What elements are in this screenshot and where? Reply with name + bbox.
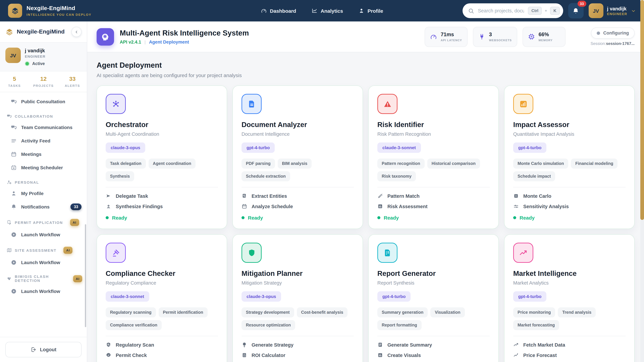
user-menu-text: j vandijk ENGINEER bbox=[607, 6, 627, 15]
top-nav-analytics[interactable]: Analytics bbox=[312, 8, 343, 14]
sidebar-item-label: My Profile bbox=[21, 191, 44, 196]
doc-lines-icon bbox=[377, 342, 383, 348]
agent-icon-box bbox=[106, 94, 126, 114]
action-price-forecast[interactable]: Price Forecast bbox=[513, 352, 626, 358]
sidebar-item-meeting-scheduler[interactable]: Meeting Scheduler bbox=[0, 161, 87, 174]
sidebar-item-notifications[interactable]: Notifications33 bbox=[0, 200, 87, 214]
page-scrollbar[interactable] bbox=[640, 0, 644, 220]
sidebar-item-my-profile[interactable]: My Profile bbox=[0, 187, 87, 200]
agent-card-risk-identifier[interactable]: Risk IdentifierRisk Pattern Recognitionc… bbox=[368, 85, 499, 229]
agent-actions: Delegate TaskSynthesize Findings bbox=[106, 193, 218, 209]
action-risk-assessment[interactable]: Risk Assessment bbox=[377, 203, 490, 209]
capability-chips: Regulatory scanningPermit identification… bbox=[106, 307, 218, 330]
notification-count-badge: 33 bbox=[70, 203, 82, 210]
agent-status-label: Ready bbox=[248, 215, 263, 221]
action-label: Risk Assessment bbox=[388, 204, 428, 209]
agent-icon-box bbox=[377, 243, 398, 263]
agent-card-impact-assessor[interactable]: Impact AssessorQuantitative Impact Analy… bbox=[504, 85, 634, 229]
action-create-visuals[interactable]: Create Visuals bbox=[377, 352, 490, 358]
top-nav-label: Dashboard bbox=[270, 8, 296, 13]
meta-separator: | bbox=[144, 39, 146, 44]
action-permit-check[interactable]: Permit Check bbox=[106, 352, 218, 358]
chat-icon bbox=[11, 124, 17, 130]
calendar-icon bbox=[11, 151, 17, 157]
bars-box-icon bbox=[377, 203, 383, 209]
agent-card-mitigation-planner[interactable]: Mitigation PlannerMitigation Strategycla… bbox=[232, 234, 363, 362]
search-icon bbox=[468, 7, 474, 14]
action-extract-entities[interactable]: Extract Entities bbox=[242, 193, 354, 199]
play-icon bbox=[11, 232, 17, 238]
notifications-button[interactable]: 33 bbox=[568, 3, 584, 18]
chevron-left-icon bbox=[74, 30, 79, 34]
action-delegate-task[interactable]: Delegate Task bbox=[106, 193, 218, 199]
agent-card-document-analyzer[interactable]: Document AnalyzerDocument Intelligencegp… bbox=[232, 85, 363, 229]
action-synthesize-findings[interactable]: Synthesize Findings bbox=[106, 203, 218, 209]
action-pattern-match[interactable]: Pattern Match bbox=[377, 193, 490, 199]
chat-icon bbox=[7, 114, 12, 119]
brand-tagline: INTELLIGENCE YOU CAN DEPLOY bbox=[26, 13, 92, 16]
action-monte-carlo[interactable]: Monte Carlo bbox=[513, 193, 626, 199]
top-nav-dashboard[interactable]: Dashboard bbox=[261, 8, 296, 14]
action-generate-summary[interactable]: Generate Summary bbox=[377, 342, 490, 348]
brand: Nexgile-EngiMind INTELLIGENCE YOU CAN DE… bbox=[26, 5, 92, 16]
sidebar-collapse-button[interactable] bbox=[72, 27, 82, 37]
warning-icon bbox=[383, 99, 392, 108]
capability-chip-task-delegation: Task delegation bbox=[106, 159, 146, 169]
action-generate-strategy[interactable]: Generate Strategy bbox=[242, 342, 354, 348]
search-input[interactable] bbox=[477, 8, 525, 14]
capability-chips: Task delegationAgent coordinationSynthes… bbox=[106, 159, 218, 181]
breadcrumb-agent-deployment[interactable]: Agent Deployment bbox=[149, 39, 189, 44]
doc-icon bbox=[247, 99, 256, 108]
top-nav-profile[interactable]: Profile bbox=[358, 8, 383, 14]
capability-chip-price-monitoring: Price monitoring bbox=[513, 307, 555, 318]
capability-chips: Pattern recognitionHistorical comparison… bbox=[377, 159, 490, 181]
agent-card-orchestrator[interactable]: OrchestratorMulti-Agent Coordinationclau… bbox=[96, 85, 227, 229]
capability-chip-schedule-impact: Schedule impact bbox=[513, 171, 555, 181]
action-sensitivity-analysis[interactable]: Sensitivity Analysis bbox=[513, 203, 626, 209]
action-label: Delegate Task bbox=[116, 193, 148, 199]
sidebar-item-public-consultation[interactable]: Public Consultation bbox=[0, 95, 87, 108]
agent-specialty: Multi-Agent Coordination bbox=[106, 131, 218, 137]
topbar-right: Ctrl + K 33 JV j vandijk ENGINEER bbox=[462, 3, 636, 18]
action-regulatory-scan[interactable]: Regulatory Scan bbox=[106, 342, 218, 348]
sidebar-item-launch-workflow[interactable]: Launch Workflow bbox=[0, 285, 87, 298]
action-analyze-schedule[interactable]: Analyze Schedule bbox=[242, 203, 354, 209]
sidebar-user-card: JV j vandijk ENGINEER Active bbox=[0, 42, 87, 71]
agent-card-market-intelligence[interactable]: Market IntelligenceMarket Analyticsgpt-4… bbox=[504, 234, 634, 362]
sidebar-scrollbar[interactable] bbox=[85, 224, 86, 327]
search-bar[interactable]: Ctrl + K bbox=[462, 3, 563, 18]
stat-label: PROJECTS bbox=[29, 84, 58, 87]
doc-search-icon bbox=[242, 193, 247, 199]
sliders-icon bbox=[513, 203, 519, 209]
user-menu[interactable]: JV j vandijk ENGINEER bbox=[589, 3, 636, 18]
sidebar-item-launch-workflow[interactable]: Launch Workflow bbox=[0, 256, 87, 269]
sidebar-item-activity-feed[interactable]: Activity Feed bbox=[0, 134, 87, 147]
session-label: Session: bbox=[590, 41, 606, 46]
user-role: ENGINEER bbox=[25, 54, 46, 58]
agent-card-compliance-checker[interactable]: Compliance CheckerRegulatory Compliancec… bbox=[96, 234, 227, 362]
stat-value: 12 bbox=[29, 76, 58, 82]
agent-icon-box bbox=[242, 94, 262, 114]
capability-chip-pdf-parsing: PDF parsing bbox=[242, 159, 275, 169]
sidebar-item-label: Launch Workflow bbox=[21, 260, 60, 265]
sidebar-item-team-communications[interactable]: Team Communications bbox=[0, 121, 87, 134]
calendar-clock-icon bbox=[11, 165, 17, 171]
sidebar-item-launch-workflow[interactable]: Launch Workflow bbox=[0, 228, 87, 241]
agent-specialty: Risk Pattern Recognition bbox=[377, 131, 490, 137]
sidebar-item-meetings[interactable]: Meetings bbox=[0, 147, 87, 161]
sidebar-section-permit-application: PERMIT APPLICATIONAI bbox=[0, 219, 87, 226]
action-fetch-market-data[interactable]: Fetch Market Data bbox=[513, 342, 626, 348]
ready-dot bbox=[513, 216, 516, 219]
agent-card-report-generator[interactable]: Report GeneratorReport Synthesisgpt-4-tu… bbox=[368, 234, 499, 362]
capability-chip-risk-taxonomy: Risk taxonomy bbox=[377, 171, 416, 181]
capability-chip-compliance-verification: Compliance verification bbox=[106, 320, 162, 330]
agent-status-label: Ready bbox=[384, 215, 399, 221]
sidebar: Nexgile-EngiMind JV j vandijk ENGINEER A… bbox=[0, 21, 87, 362]
logout-button[interactable]: Logout bbox=[5, 342, 82, 357]
card-divider bbox=[513, 187, 626, 187]
capability-chip-agent-coordination: Agent coordination bbox=[148, 159, 196, 169]
capability-chip-permit-identification: Permit identification bbox=[158, 307, 208, 318]
section-label: COLLABORATION bbox=[15, 114, 53, 118]
sidebar-title: Nexgile-EngiMind bbox=[17, 28, 64, 35]
action-roi-calculator[interactable]: ROI Calculator bbox=[242, 352, 354, 358]
